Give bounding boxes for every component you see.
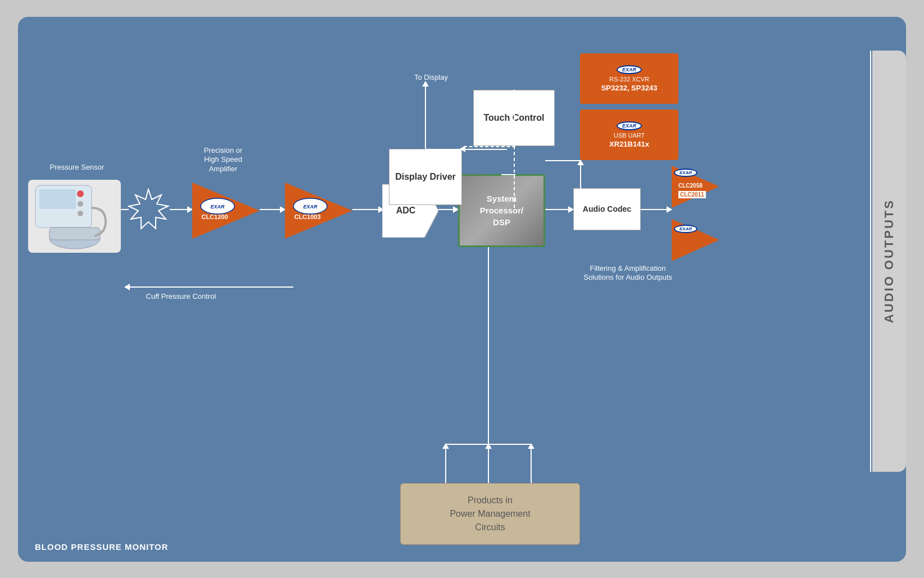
arrow-adc-processor bbox=[438, 209, 458, 210]
arrow-power3 bbox=[531, 444, 532, 483]
arrow-proc-codec bbox=[545, 209, 573, 210]
arrow-clc1003-adc bbox=[352, 209, 383, 210]
svg-point-4 bbox=[78, 211, 83, 216]
precision-amp-label: Precision orHigh SpeedAmplifier bbox=[192, 146, 254, 175]
audio-outputs-panel: AUDIO OUTPUTS bbox=[872, 51, 906, 472]
svg-text:EXAR: EXAR bbox=[303, 204, 318, 210]
svg-marker-7 bbox=[129, 189, 168, 229]
rs232-title: RS-232 XCVR bbox=[609, 76, 649, 83]
svg-rect-6 bbox=[49, 227, 100, 240]
audio-outputs-label: AUDIO OUTPUTS bbox=[882, 199, 896, 323]
svg-text:EXAR: EXAR bbox=[210, 204, 225, 210]
exar-text-usb: EXAR bbox=[622, 123, 636, 129]
filtering-label: Filtering & AmplificationSolutions for A… bbox=[558, 264, 698, 283]
dashed-touch-display-h bbox=[464, 146, 515, 147]
arrow-proc-touch bbox=[514, 90, 515, 146]
arrow-clc1200-clc1003 bbox=[260, 209, 285, 210]
processor-label: SystemProcessor/DSP bbox=[480, 193, 524, 228]
exar-oval-rs232: EXAR bbox=[617, 65, 642, 74]
svg-text:CLC1003: CLC1003 bbox=[294, 213, 320, 220]
power-arrows-base bbox=[445, 444, 532, 445]
arrow-processor-down bbox=[488, 247, 489, 444]
blood-pressure-label: BLOOD PRESSURE MONITOR bbox=[35, 542, 169, 552]
arrow-proc-usb-h bbox=[545, 160, 581, 161]
rs232-box: EXAR RS-232 XCVR SP3232, SP3243 bbox=[580, 53, 678, 104]
audio-codec-box: Audio Codec bbox=[573, 188, 641, 230]
svg-text:ADC: ADC bbox=[396, 206, 416, 215]
main-diagram: AUDIO OUTPUTS BLOOD PRESSURE MONITOR Pre… bbox=[18, 17, 906, 562]
arrow-power2 bbox=[488, 444, 489, 483]
arrow-codec-output bbox=[641, 209, 672, 210]
arrow-power1 bbox=[445, 444, 446, 483]
clc2011-label: CLC2011 bbox=[678, 191, 706, 198]
usb-uart-box: EXAR USB UART XR21B141x bbox=[580, 110, 678, 160]
arrow-proc-display-h bbox=[425, 149, 507, 150]
arrow-proc-rs232-v bbox=[580, 160, 581, 211]
clc2058-label: CLC2058 bbox=[678, 183, 703, 189]
exar-logo-clc2058: EXAR bbox=[674, 169, 697, 177]
divider-line bbox=[870, 51, 871, 472]
usb-uart-product: XR21B141x bbox=[609, 140, 649, 148]
clc1003-triangle: EXAR CLC1003 bbox=[285, 183, 352, 239]
rs232-products: SP3232, SP3243 bbox=[601, 84, 658, 92]
exar-logo-clc2011: EXAR bbox=[674, 225, 697, 233]
svg-rect-1 bbox=[39, 189, 76, 209]
burst-symbol bbox=[128, 188, 170, 230]
svg-text:CLC1200: CLC1200 bbox=[201, 213, 228, 220]
dashed-touch-display-v bbox=[514, 146, 515, 208]
processor-chip: SystemProcessor/DSP bbox=[458, 174, 545, 247]
clc1200-triangle: EXAR CLC1200 bbox=[192, 183, 260, 239]
to-display-label: To Display bbox=[409, 73, 454, 83]
arrow-device-burst bbox=[121, 209, 129, 210]
arrow-cuff-pressure bbox=[125, 286, 293, 288]
svg-point-3 bbox=[78, 201, 83, 207]
arrow-burst-clc1200 bbox=[170, 209, 192, 210]
arrow-to-display bbox=[425, 81, 426, 149]
usb-uart-title: USB UART bbox=[614, 132, 645, 139]
device-svg bbox=[33, 183, 117, 250]
svg-point-2 bbox=[77, 190, 84, 197]
display-driver-box: Display Driver bbox=[389, 149, 462, 205]
cuff-pressure-label: Cuff Pressure Control bbox=[125, 292, 237, 302]
device-image bbox=[28, 180, 121, 253]
arrow-proc-touch-h bbox=[501, 174, 515, 175]
power-mgmt-box: Products inPower ManagementCircuits bbox=[400, 483, 580, 545]
power-mgmt-label: Products inPower ManagementCircuits bbox=[450, 494, 530, 534]
pressure-sensor-label: Pressure Sensor bbox=[49, 163, 105, 172]
exar-text-rs232: EXAR bbox=[622, 67, 636, 72]
exar-oval-usb: EXAR bbox=[617, 121, 642, 130]
